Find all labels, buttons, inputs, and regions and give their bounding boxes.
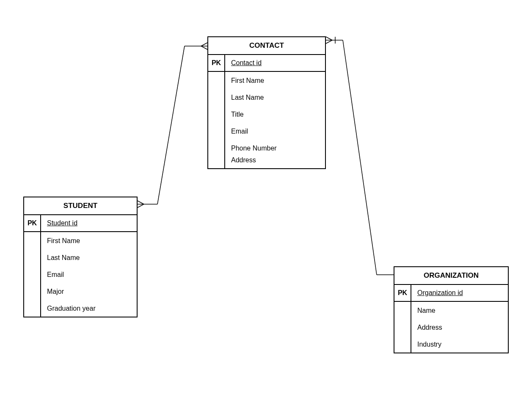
attribute: Email xyxy=(47,271,131,279)
svg-line-8 xyxy=(343,40,377,275)
entity-organization-attrs: Name Address Industry xyxy=(394,302,508,353)
pk-label: PK xyxy=(208,55,225,71)
attribute: Graduation year xyxy=(47,305,131,312)
relation-student-contact xyxy=(138,43,207,208)
pk-field: Contact id xyxy=(225,55,325,71)
entity-student: STUDENT PK Student id First Name Last Na… xyxy=(23,197,138,317)
attribute: Address xyxy=(231,156,319,164)
attribute: First Name xyxy=(47,237,131,245)
attribute: Title xyxy=(231,111,319,118)
attribute: Address xyxy=(417,324,502,331)
pk-label: PK xyxy=(24,215,41,231)
attribute: Major xyxy=(47,288,131,295)
entity-organization-title: ORGANIZATION xyxy=(394,267,508,285)
entity-organization-pk-row: PK Organization id xyxy=(394,285,508,302)
entity-organization: ORGANIZATION PK Organization id Name Add… xyxy=(394,266,509,353)
svg-line-1 xyxy=(157,46,185,204)
svg-line-6 xyxy=(201,46,207,49)
svg-line-10 xyxy=(326,37,332,40)
attribute: Last Name xyxy=(47,254,131,262)
pk-field: Organization id xyxy=(411,285,508,301)
pk-field: Student id xyxy=(41,215,137,231)
entity-student-pk-row: PK Student id xyxy=(24,215,137,232)
attribute: Name xyxy=(417,307,502,314)
attribute: First Name xyxy=(231,77,319,85)
attribute: Industry xyxy=(417,341,502,348)
attribute: Phone Number xyxy=(231,145,319,152)
entity-contact: CONTACT PK Contact id First Name Last Na… xyxy=(207,36,326,169)
attribute: Email xyxy=(231,128,319,135)
entity-student-title: STUDENT xyxy=(24,197,137,215)
svg-line-4 xyxy=(138,204,144,208)
relation-contact-organization xyxy=(326,37,394,275)
entity-contact-title: CONTACT xyxy=(208,37,325,55)
entity-contact-pk-row: PK Contact id xyxy=(208,55,325,72)
svg-line-3 xyxy=(138,201,144,204)
svg-line-11 xyxy=(326,40,332,44)
attribute: Last Name xyxy=(231,94,319,101)
entity-student-attrs: First Name Last Name Email Major Graduat… xyxy=(24,232,137,317)
entity-contact-attrs: First Name Last Name Title Email Phone N… xyxy=(208,72,325,168)
pk-label: PK xyxy=(394,285,411,301)
svg-line-5 xyxy=(201,43,207,46)
